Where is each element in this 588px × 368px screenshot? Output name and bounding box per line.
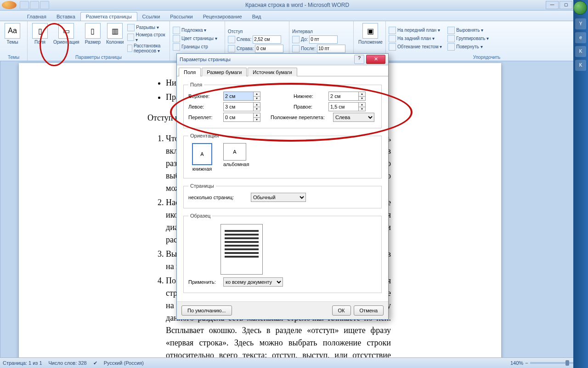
rotate-button[interactable]: Повернуть ▾ xyxy=(447,43,489,51)
borders-icon xyxy=(173,43,180,51)
windows-taskbar: Y e K K RU 15:59 01.12.2013 xyxy=(573,0,588,368)
portrait-option[interactable]: Aкнижная xyxy=(192,143,212,172)
columns-icon: ▥ xyxy=(107,23,123,39)
margins-button[interactable]: ▯Поля xyxy=(30,22,50,55)
taskbar-item[interactable]: K xyxy=(575,46,586,57)
fieldset-margins: Поля Верхнее: ▲▼ Нижнее: ▲▼ Левое: ▲▼ Пр… xyxy=(183,82,382,128)
zoom-level: 140% xyxy=(510,360,523,366)
tab-insert[interactable]: Вставка xyxy=(51,12,80,21)
tab-home[interactable]: Главная xyxy=(22,12,51,21)
tab-references[interactable]: Ссылки xyxy=(137,12,165,21)
zoom-slider-knob[interactable] xyxy=(565,360,569,366)
align-icon xyxy=(447,27,455,34)
gutter-input[interactable] xyxy=(223,113,254,122)
cancel-button[interactable]: Отмена xyxy=(354,305,384,316)
dialog-close-button[interactable]: ✕ xyxy=(366,55,385,64)
dialog-tabs: Поля Размер бумаги Источник бумаги xyxy=(177,65,388,76)
dialog-tab-margins[interactable]: Поля xyxy=(179,68,201,76)
wrap-icon xyxy=(389,43,396,51)
portrait-icon: A xyxy=(192,143,212,165)
taskbar-item[interactable]: K xyxy=(575,60,586,71)
status-word-count[interactable]: Число слов: 328 xyxy=(49,360,87,366)
breaks-icon xyxy=(127,24,135,31)
tab-page-layout[interactable]: Разметка страницы xyxy=(80,12,137,21)
page-borders-button[interactable]: Границы стр xyxy=(173,43,217,51)
size-icon: ▯ xyxy=(85,23,101,39)
themes-icon: Aa xyxy=(5,23,20,39)
margin-top-input[interactable] xyxy=(223,92,254,101)
tab-review[interactable]: Рецензирование xyxy=(198,12,247,21)
indent-left-input[interactable] xyxy=(253,35,281,44)
tab-mailings[interactable]: Рассылки xyxy=(165,12,198,21)
space-after-input[interactable] xyxy=(317,45,345,53)
taskbar-item[interactable]: e xyxy=(575,32,586,43)
size-button[interactable]: ▯Размер xyxy=(83,22,102,55)
indent-right-icon xyxy=(228,45,235,52)
spinner-arrows[interactable]: ▲▼ xyxy=(254,113,260,122)
fieldset-pages: Страницы несколько страниц: Обычный xyxy=(183,183,382,208)
margin-bottom-input[interactable] xyxy=(328,92,359,101)
margins-icon: ▯ xyxy=(32,23,48,39)
default-button[interactable]: По умолчанию... xyxy=(181,305,232,316)
align-button[interactable]: Выровнять ▾ xyxy=(447,27,489,34)
spinner-arrows[interactable]: ▲▼ xyxy=(254,102,260,111)
group-icon xyxy=(447,35,455,42)
ribbon-tabs: Главная Вставка Разметка страницы Ссылки… xyxy=(0,11,588,21)
maximize-button[interactable]: ▢ xyxy=(560,1,572,9)
dialog-title: Параметры страницы xyxy=(180,57,354,62)
dialog-help-button[interactable]: ? xyxy=(354,55,364,64)
status-bar: Страница: 1 из 1 Число слов: 328 ✔ Русск… xyxy=(0,357,588,368)
title-bar: Красная строка в word - Microsoft WORD —… xyxy=(0,0,588,11)
tab-view[interactable]: Вид xyxy=(247,12,266,21)
dialog-tab-source[interactable]: Источник бумаги xyxy=(248,68,297,76)
dialog-tab-paper[interactable]: Размер бумаги xyxy=(202,68,247,76)
page-color-icon xyxy=(173,35,180,42)
space-before-icon xyxy=(292,36,300,43)
page-color-button[interactable]: Цвет страницы ▾ xyxy=(173,35,217,42)
spacing-label: Интервал xyxy=(292,29,351,34)
preview-thumbnail xyxy=(220,224,263,275)
qat-save[interactable] xyxy=(20,1,29,9)
start-button[interactable] xyxy=(573,1,587,15)
ok-button[interactable]: ОК xyxy=(332,305,351,316)
qat-undo[interactable] xyxy=(30,1,39,9)
send-back-button[interactable]: На задний план ▾ xyxy=(389,35,442,42)
group-button[interactable]: Группировать ▾ xyxy=(447,35,489,42)
taskbar-item[interactable]: Y xyxy=(575,18,586,29)
spinner-arrows[interactable]: ▲▼ xyxy=(359,92,366,101)
margin-left-input[interactable] xyxy=(223,102,254,111)
breaks-button[interactable]: Разрывы ▾ xyxy=(127,24,167,31)
orientation-button[interactable]: ▭Ориентация xyxy=(51,22,81,55)
orientation-icon: ▭ xyxy=(58,23,74,39)
line-numbers-button[interactable]: Номера строк ▾ xyxy=(127,32,167,42)
themes-button[interactable]: Aa Темы xyxy=(3,22,22,55)
qat-redo[interactable] xyxy=(40,1,49,9)
status-language[interactable]: Русский (Россия) xyxy=(104,360,144,366)
text-wrap-button[interactable]: Обтекание текстом ▾ xyxy=(389,43,442,51)
fieldset-orientation: Ориентация Aкнижная Aальбомная xyxy=(183,133,382,178)
hyphenation-button[interactable]: Расстановка переносов ▾ xyxy=(127,43,167,53)
apply-to-select[interactable]: ко всему документу xyxy=(223,277,283,287)
gutter-position-select[interactable]: Слева xyxy=(333,113,374,122)
bring-front-button[interactable]: На передний план ▾ xyxy=(389,27,442,34)
rotate-icon xyxy=(447,43,455,51)
landscape-option[interactable]: Aальбомная xyxy=(223,143,249,172)
status-page[interactable]: Страница: 1 из 1 xyxy=(3,360,42,366)
watermark-button[interactable]: Подложка ▾ xyxy=(173,27,217,34)
page-setup-dialog: Параметры страницы ? ✕ Поля Размер бумаг… xyxy=(176,53,389,320)
indent-right-input[interactable] xyxy=(255,45,283,53)
minimize-button[interactable]: — xyxy=(546,1,559,9)
columns-button[interactable]: ▥Колонки xyxy=(104,22,125,55)
watermark-icon xyxy=(173,27,180,34)
spinner-arrows[interactable]: ▲▼ xyxy=(254,92,260,101)
back-icon xyxy=(389,35,396,42)
margin-right-input[interactable] xyxy=(328,102,359,111)
multiple-pages-select[interactable]: Обычный xyxy=(251,193,306,202)
office-button[interactable] xyxy=(2,1,17,9)
dialog-titlebar[interactable]: Параметры страницы ? ✕ xyxy=(177,54,388,65)
landscape-icon: A xyxy=(223,143,246,161)
line-numbers-icon xyxy=(127,34,134,41)
space-before-input[interactable] xyxy=(309,35,338,44)
indent-left-icon xyxy=(228,36,235,43)
spinner-arrows[interactable]: ▲▼ xyxy=(359,102,366,111)
